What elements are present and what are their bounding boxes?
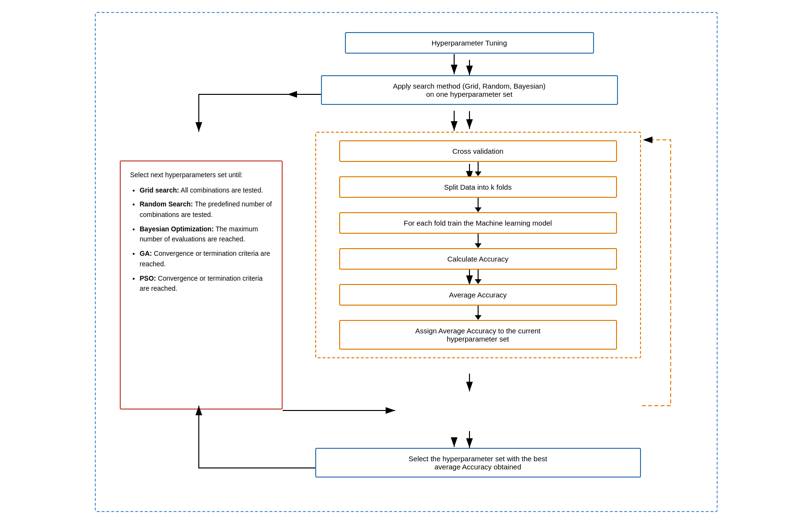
main-layout: Hyperparameter Tuning Apply search metho… — [110, 27, 704, 497]
cross-validation-group: Cross validation Split Data into k folds… — [315, 132, 641, 358]
train-model-box: For each fold train the Machine learning… — [339, 212, 617, 234]
list-item-bayesian: Bayesian Optimization: The maximum numbe… — [140, 224, 272, 245]
list-item-random: Random Search: The predefined number of … — [140, 199, 272, 220]
cross-validation-box: Cross validation — [339, 140, 617, 162]
cross-validation-label: Cross validation — [452, 147, 503, 155]
left-panel-list: Grid search: All combinations are tested… — [130, 185, 272, 294]
apply-search-box: Apply search method (Grid, Random, Bayes… — [321, 75, 618, 105]
outer-container: Hyperparameter Tuning Apply search metho… — [95, 12, 718, 512]
select-best-box: Select the hyperparameter set with the b… — [315, 448, 641, 478]
left-panel: Select next hyperparameters set until: G… — [120, 160, 283, 410]
select-best-label: Select the hyperparameter set with the b… — [409, 455, 547, 471]
split-data-box: Split Data into k folds — [339, 176, 617, 198]
list-item-pso: PSO: Convergence or termination criteria… — [140, 273, 272, 294]
calculate-accuracy-label: Calculate Accuracy — [447, 255, 509, 263]
assign-accuracy-box: Assign Average Accuracy to the currenthy… — [339, 320, 617, 350]
list-item-ga: GA: Convergence or termination criteria … — [140, 249, 272, 269]
apply-search-label: Apply search method (Grid, Random, Bayes… — [393, 82, 545, 98]
average-accuracy-box: Average Accuracy — [339, 284, 617, 306]
split-data-label: Split Data into k folds — [444, 183, 512, 191]
calculate-accuracy-box: Calculate Accuracy — [339, 248, 617, 270]
list-item-grid: Grid search: All combinations are tested… — [140, 185, 272, 196]
train-model-label: For each fold train the Machine learning… — [404, 219, 552, 227]
left-panel-heading: Select next hyperparameters set until: — [130, 170, 272, 181]
average-accuracy-label: Average Accuracy — [449, 291, 507, 299]
hyperparameter-tuning-box: Hyperparameter Tuning — [345, 32, 594, 54]
hyperparameter-tuning-label: Hyperparameter Tuning — [432, 39, 507, 47]
assign-accuracy-label: Assign Average Accuracy to the currenthy… — [415, 327, 541, 343]
